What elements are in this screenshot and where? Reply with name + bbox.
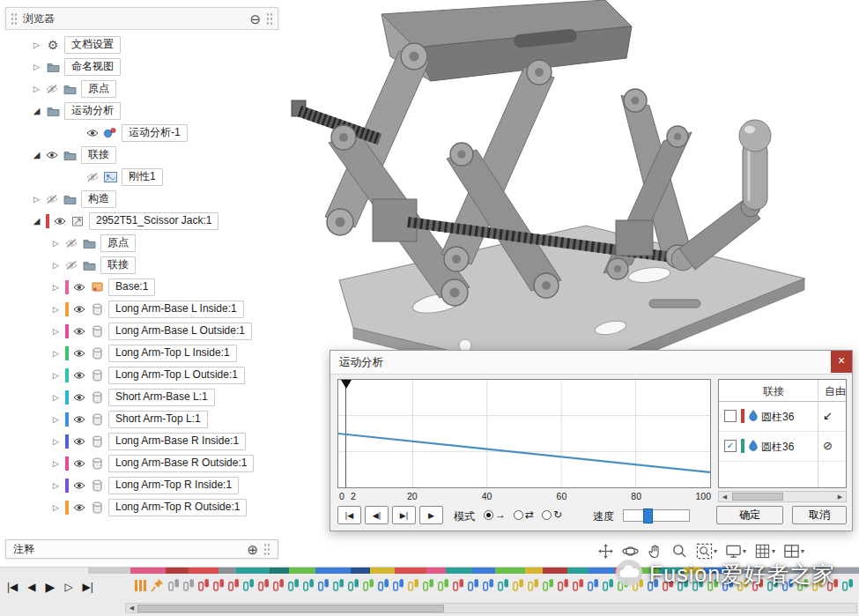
tree-item-label[interactable]: Base:1 <box>108 278 155 296</box>
timeline-feature-icon[interactable] <box>183 578 195 594</box>
collapse-arrow-icon[interactable]: ◢ <box>32 216 41 226</box>
tree-row[interactable]: ▷Base:1 <box>5 276 278 298</box>
timeline-feature-icon[interactable] <box>408 578 419 594</box>
timeline-feature-icon[interactable] <box>378 578 389 594</box>
expand-arrow-icon[interactable]: ▷ <box>51 349 61 358</box>
timeline-feature-icon[interactable] <box>213 578 225 594</box>
visibility-eye-icon[interactable] <box>65 261 78 270</box>
joint-checkbox[interactable]: ✓ <box>724 440 737 452</box>
timeline-feature-icon[interactable] <box>348 578 359 594</box>
tree-item-label[interactable]: 刚性1 <box>122 168 163 186</box>
tree-row[interactable]: 运动分析-1 <box>5 122 278 144</box>
tree-row[interactable]: ▷Long Arm-Base R Inside:1 <box>5 430 278 452</box>
expand-arrow-icon[interactable]: ▷ <box>51 283 61 292</box>
timeline-feature-icon[interactable] <box>528 578 539 594</box>
tree-row[interactable]: ▷联接 <box>5 254 278 276</box>
expand-arrow-icon[interactable]: ▷ <box>51 503 61 512</box>
timeline-feature-icon[interactable] <box>842 578 854 594</box>
joint-row[interactable]: ✓圆柱36⊘ <box>719 432 846 462</box>
orbit-icon[interactable] <box>622 543 639 560</box>
visibility-eye-icon[interactable] <box>73 283 85 292</box>
timeline-feature-icon[interactable] <box>318 578 330 594</box>
expand-arrow-icon[interactable]: ▷ <box>32 195 41 204</box>
step-back-button[interactable]: ◀ <box>27 581 35 593</box>
panel-grip[interactable] <box>266 12 273 26</box>
tree-item-label[interactable]: Long Arm-Top L Outside:1 <box>108 367 245 384</box>
timeline-feature-icon[interactable] <box>393 578 404 594</box>
tree-row[interactable]: ▷Short Arm-Base L:1 <box>5 386 278 408</box>
visibility-eye-icon[interactable] <box>73 327 85 336</box>
mode-option[interactable]: ⇄ <box>514 508 534 521</box>
comments-bar[interactable]: 注释 ⊕ <box>5 539 278 559</box>
visibility-eye-icon[interactable] <box>46 85 58 93</box>
visibility-eye-icon[interactable] <box>73 481 85 490</box>
timeline-feature-icon[interactable] <box>228 578 240 594</box>
play-button[interactable]: ▶ <box>419 506 443 524</box>
timeline-position-marker[interactable] <box>135 580 146 591</box>
mode-option[interactable]: → <box>484 508 506 521</box>
table-scrollbar[interactable]: ◀ ▶ <box>718 491 847 502</box>
visibility-eye-icon[interactable] <box>73 503 85 512</box>
tree-row[interactable]: ◢2952T51_Scissor Jack:1 <box>5 210 278 232</box>
tree-item-label[interactable]: Long Arm-Top R Inside:1 <box>108 477 239 494</box>
visibility-eye-icon[interactable] <box>86 173 99 182</box>
cancel-button[interactable]: 取消 <box>792 506 847 524</box>
joint-row[interactable]: 圆柱36↙ <box>719 402 846 432</box>
tree-item-label[interactable]: 文档设置 <box>64 36 121 54</box>
timeline-feature-icon[interactable] <box>363 578 374 594</box>
tree-row[interactable]: ▷Long Arm-Base L Outside:1 <box>5 320 278 342</box>
visibility-eye-icon[interactable] <box>73 349 85 358</box>
expand-arrow-icon[interactable]: ▷ <box>51 481 61 490</box>
drag-grip[interactable] <box>11 12 18 26</box>
timeline-feature-icon[interactable] <box>513 578 524 594</box>
ok-button[interactable]: 确定 <box>716 506 783 524</box>
expand-arrow-icon[interactable]: ▷ <box>51 261 61 270</box>
timeline-feature-icon[interactable] <box>198 578 210 594</box>
visibility-eye-icon[interactable] <box>54 217 66 226</box>
expand-arrow-icon[interactable]: ▷ <box>51 239 61 248</box>
playhead-marker[interactable] <box>341 380 352 389</box>
mode-radio[interactable] <box>542 510 552 520</box>
visibility-eye-icon[interactable] <box>86 129 99 137</box>
pan-icon[interactable] <box>597 543 614 560</box>
visibility-eye-icon[interactable] <box>73 459 85 468</box>
tree-row[interactable]: ▷构造 <box>5 188 278 210</box>
scrollbar-thumb[interactable] <box>137 605 444 612</box>
tree-row[interactable]: ▷⚙文档设置 <box>5 33 278 56</box>
step-forward-button[interactable]: ▷ <box>64 581 72 593</box>
dof-state-icon[interactable]: ⊘ <box>823 439 833 452</box>
timeline-feature-icon[interactable] <box>483 578 494 594</box>
skip-start-button[interactable]: |◀ <box>7 581 18 593</box>
scrollbar-thumb[interactable] <box>732 493 783 501</box>
expand-arrow-icon[interactable]: ▷ <box>51 393 61 402</box>
speed-slider-thumb[interactable] <box>643 508 653 523</box>
expand-arrow-icon[interactable]: ▷ <box>51 327 61 336</box>
timeline-feature-icon[interactable] <box>573 578 584 594</box>
joint-checkbox[interactable] <box>724 410 737 422</box>
tree-item-label[interactable]: 构造 <box>81 190 116 208</box>
tree-item-label[interactable]: 原点 <box>100 234 136 252</box>
tree-item-label[interactable]: Short Arm-Top L:1 <box>108 411 208 428</box>
tree-item-label[interactable]: 2952T51_Scissor Jack:1 <box>89 212 218 230</box>
timeline-feature-icon[interactable] <box>588 578 599 594</box>
tree-row[interactable]: ▷原点 <box>5 232 278 254</box>
tree-item-label[interactable]: 联接 <box>81 146 116 164</box>
expand-arrow-icon[interactable]: ▷ <box>51 415 61 424</box>
step-back-button[interactable]: ◀| <box>365 506 389 524</box>
timeline-feature-icon[interactable] <box>468 578 479 594</box>
scroll-left-arrow[interactable]: ◀ <box>126 605 137 612</box>
expand-arrow-icon[interactable]: ▷ <box>32 41 41 49</box>
tree-item-label[interactable]: Short Arm-Base L:1 <box>108 389 215 406</box>
tree-row[interactable]: ▷Long Arm-Top L Outside:1 <box>5 364 278 386</box>
tree-row[interactable]: ▷Long Arm-Top R Outside:1 <box>5 496 278 518</box>
tree-row[interactable]: ◢联接 <box>5 144 278 166</box>
collapse-panel-button[interactable]: ⊖ <box>249 12 261 26</box>
dialog-titlebar[interactable]: 运动分析 × <box>330 351 852 375</box>
tree-row[interactable]: ▷Long Arm-Top R Inside:1 <box>5 474 278 496</box>
visibility-eye-icon[interactable] <box>73 393 85 402</box>
viewports-icon[interactable]: ▾ <box>783 543 804 560</box>
collapse-arrow-icon[interactable]: ◢ <box>32 106 41 115</box>
tree-item-label[interactable]: Long Arm-Base L Outside:1 <box>108 323 252 340</box>
play-button[interactable]: ▶ <box>46 580 56 594</box>
display-settings-icon[interactable]: ▾ <box>725 543 746 560</box>
